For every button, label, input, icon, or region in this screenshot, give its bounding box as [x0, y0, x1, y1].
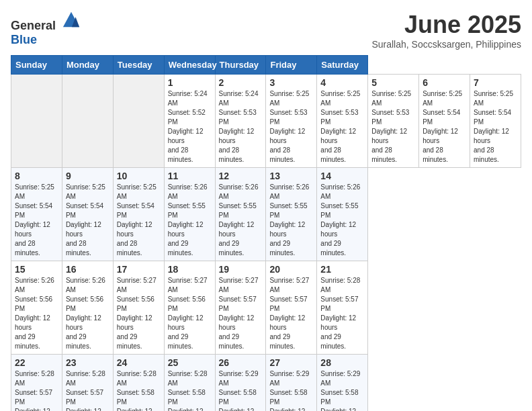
calendar-day-cell: 9 Sunrise: 5:25 AMSunset: 5:54 PMDayligh… [62, 168, 113, 261]
day-number: 9 [66, 171, 109, 181]
day-info: Sunrise: 5:24 AMSunset: 5:53 PMDaylight:… [219, 90, 259, 163]
calendar-day-cell: 10 Sunrise: 5:25 AMSunset: 5:54 PMDaylig… [113, 168, 164, 261]
day-info: Sunrise: 5:25 AMSunset: 5:53 PMDaylight:… [371, 90, 411, 163]
day-number: 22 [15, 357, 58, 368]
day-number: 2 [219, 77, 263, 88]
day-number: 7 [474, 77, 517, 88]
calendar-day-cell: 25 Sunrise: 5:28 AMSunset: 5:58 PMDaylig… [164, 355, 215, 412]
calendar-day-cell: 23 Sunrise: 5:28 AMSunset: 5:57 PMDaylig… [62, 355, 113, 412]
day-number: 3 [269, 77, 313, 88]
calendar-day-cell: 14 Sunrise: 5:26 AMSunset: 5:55 PMDaylig… [317, 168, 368, 261]
day-number: 17 [117, 264, 161, 275]
calendar-day-cell: 4 Sunrise: 5:25 AMSunset: 5:53 PMDayligh… [317, 75, 368, 168]
calendar-day-cell: 7 Sunrise: 5:25 AMSunset: 5:54 PMDayligh… [470, 75, 521, 168]
weekday-header: Sunday [11, 56, 62, 75]
weekday-header-row: SundayMondayTuesdayWednesdayThursdayFrid… [11, 56, 521, 75]
day-info: Sunrise: 5:28 AMSunset: 5:57 PMDaylight:… [320, 277, 360, 350]
calendar-week-row: 1 Sunrise: 5:24 AMSunset: 5:52 PMDayligh… [11, 75, 521, 168]
calendar-table: SundayMondayTuesdayWednesdayThursdayFrid… [11, 55, 521, 411]
day-info: Sunrise: 5:25 AMSunset: 5:54 PMDaylight:… [423, 90, 462, 163]
day-info: Sunrise: 5:26 AMSunset: 5:55 PMDaylight:… [269, 183, 309, 257]
day-number: 8 [15, 171, 58, 181]
calendar-day-cell: 3 Sunrise: 5:25 AMSunset: 5:53 PMDayligh… [266, 75, 317, 168]
calendar-day-cell: 18 Sunrise: 5:27 AMSunset: 5:56 PMDaylig… [164, 261, 215, 355]
day-number: 23 [66, 357, 109, 368]
day-info: Sunrise: 5:27 AMSunset: 5:57 PMDaylight:… [269, 277, 309, 350]
weekday-header: Wednesday [164, 56, 215, 75]
header: General Blue June 2025 Surallah, Soccsks… [11, 11, 521, 50]
day-info: Sunrise: 5:29 AMSunset: 5:58 PMDaylight:… [320, 370, 360, 411]
day-info: Sunrise: 5:25 AMSunset: 5:54 PMDaylight:… [66, 183, 105, 257]
day-info: Sunrise: 5:28 AMSunset: 5:57 PMDaylight:… [15, 370, 54, 411]
calendar-day-cell: 20 Sunrise: 5:27 AMSunset: 5:57 PMDaylig… [266, 261, 317, 355]
logo-general: General [11, 19, 56, 32]
day-number: 1 [168, 77, 212, 88]
calendar-day-cell: 11 Sunrise: 5:26 AMSunset: 5:55 PMDaylig… [164, 168, 215, 261]
calendar-day-cell: 28 Sunrise: 5:29 AMSunset: 5:58 PMDaylig… [317, 355, 368, 412]
day-number: 11 [168, 171, 212, 181]
day-info: Sunrise: 5:29 AMSunset: 5:58 PMDaylight:… [219, 370, 259, 411]
logo-text: General Blue [11, 11, 81, 47]
day-number: 4 [320, 77, 364, 88]
calendar-day-cell: 21 Sunrise: 5:28 AMSunset: 5:57 PMDaylig… [317, 261, 368, 355]
calendar-day-cell: 22 Sunrise: 5:28 AMSunset: 5:57 PMDaylig… [11, 355, 62, 412]
day-number: 25 [168, 357, 212, 368]
logo-icon [62, 11, 81, 30]
logo-blue: Blue [11, 33, 37, 46]
calendar-day-cell: 6 Sunrise: 5:25 AMSunset: 5:54 PMDayligh… [419, 75, 470, 168]
day-number: 18 [168, 264, 212, 275]
day-number: 16 [66, 264, 109, 275]
day-info: Sunrise: 5:28 AMSunset: 5:58 PMDaylight:… [168, 370, 208, 411]
day-number: 19 [219, 264, 263, 275]
logo: General Blue [11, 11, 81, 47]
weekday-header: Friday [266, 56, 317, 75]
calendar-day-cell [62, 75, 113, 168]
calendar-day-cell: 13 Sunrise: 5:26 AMSunset: 5:55 PMDaylig… [266, 168, 317, 261]
day-number: 24 [117, 357, 161, 368]
day-number: 28 [320, 357, 364, 368]
day-info: Sunrise: 5:26 AMSunset: 5:56 PMDaylight:… [66, 277, 105, 350]
day-info: Sunrise: 5:25 AMSunset: 5:53 PMDaylight:… [269, 90, 309, 163]
calendar-day-cell: 27 Sunrise: 5:29 AMSunset: 5:58 PMDaylig… [266, 355, 317, 412]
day-info: Sunrise: 5:29 AMSunset: 5:58 PMDaylight:… [269, 370, 309, 411]
day-number: 12 [219, 171, 263, 181]
calendar-day-cell: 5 Sunrise: 5:25 AMSunset: 5:53 PMDayligh… [368, 75, 419, 168]
day-info: Sunrise: 5:28 AMSunset: 5:57 PMDaylight:… [66, 370, 105, 411]
calendar-subtitle: Surallah, Soccsksargen, Philippines [371, 39, 521, 50]
day-info: Sunrise: 5:27 AMSunset: 5:57 PMDaylight:… [219, 277, 259, 350]
day-info: Sunrise: 5:27 AMSunset: 5:56 PMDaylight:… [168, 277, 208, 350]
calendar-day-cell [113, 75, 164, 168]
day-number: 15 [15, 264, 58, 275]
calendar-week-row: 15 Sunrise: 5:26 AMSunset: 5:56 PMDaylig… [11, 261, 521, 355]
calendar-day-cell: 8 Sunrise: 5:25 AMSunset: 5:54 PMDayligh… [11, 168, 62, 261]
calendar-day-cell: 26 Sunrise: 5:29 AMSunset: 5:58 PMDaylig… [215, 355, 266, 412]
day-number: 27 [269, 357, 313, 368]
day-number: 20 [269, 264, 313, 275]
calendar-week-row: 8 Sunrise: 5:25 AMSunset: 5:54 PMDayligh… [11, 168, 521, 261]
title-area: June 2025 Surallah, Soccsksargen, Philip… [371, 11, 521, 50]
day-number: 14 [320, 171, 364, 181]
day-info: Sunrise: 5:25 AMSunset: 5:54 PMDaylight:… [117, 183, 157, 257]
weekday-header: Monday [62, 56, 113, 75]
day-number: 10 [117, 171, 161, 181]
day-info: Sunrise: 5:26 AMSunset: 5:56 PMDaylight:… [15, 277, 54, 350]
calendar-day-cell [11, 75, 62, 168]
day-info: Sunrise: 5:26 AMSunset: 5:55 PMDaylight:… [168, 183, 208, 257]
day-number: 21 [320, 264, 364, 275]
calendar-day-cell: 15 Sunrise: 5:26 AMSunset: 5:56 PMDaylig… [11, 261, 62, 355]
day-info: Sunrise: 5:26 AMSunset: 5:55 PMDaylight:… [219, 183, 259, 257]
day-info: Sunrise: 5:25 AMSunset: 5:54 PMDaylight:… [15, 183, 54, 257]
calendar-day-cell: 24 Sunrise: 5:28 AMSunset: 5:58 PMDaylig… [113, 355, 164, 412]
day-info: Sunrise: 5:25 AMSunset: 5:53 PMDaylight:… [320, 90, 360, 163]
day-info: Sunrise: 5:28 AMSunset: 5:58 PMDaylight:… [117, 370, 157, 411]
calendar-day-cell: 12 Sunrise: 5:26 AMSunset: 5:55 PMDaylig… [215, 168, 266, 261]
weekday-header: Saturday [317, 56, 368, 75]
day-number: 5 [371, 77, 415, 88]
day-info: Sunrise: 5:24 AMSunset: 5:52 PMDaylight:… [168, 90, 208, 163]
calendar-day-cell: 1 Sunrise: 5:24 AMSunset: 5:52 PMDayligh… [164, 75, 215, 168]
weekday-header: Tuesday [113, 56, 164, 75]
day-info: Sunrise: 5:25 AMSunset: 5:54 PMDaylight:… [474, 90, 513, 163]
calendar-day-cell: 2 Sunrise: 5:24 AMSunset: 5:53 PMDayligh… [215, 75, 266, 168]
calendar-day-cell: 17 Sunrise: 5:27 AMSunset: 5:56 PMDaylig… [113, 261, 164, 355]
calendar-day-cell: 16 Sunrise: 5:26 AMSunset: 5:56 PMDaylig… [62, 261, 113, 355]
